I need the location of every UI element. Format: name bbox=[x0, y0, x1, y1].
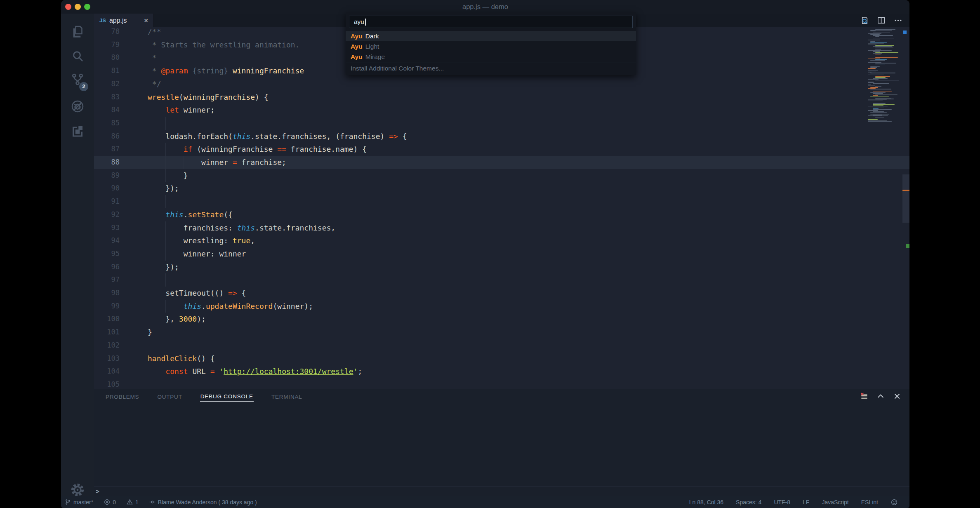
code-text: handleClick() { bbox=[148, 352, 215, 365]
code-line-86[interactable]: 86 lodash.forEach(this.state.franchises,… bbox=[94, 130, 909, 143]
line-number: 85 bbox=[94, 117, 120, 130]
code-line-99[interactable]: 99 this.updateWinRecord(winner); bbox=[94, 300, 909, 313]
eol-sequence[interactable]: LF bbox=[803, 499, 809, 506]
panel-actions bbox=[860, 392, 909, 400]
code-line-105[interactable]: 105 bbox=[94, 378, 909, 389]
code-line-96[interactable]: 96 }); bbox=[94, 261, 909, 274]
code-line-83[interactable]: 83wrestle(winningFranchise) { bbox=[94, 91, 909, 104]
code-line-98[interactable]: 98 setTimeout(() => { bbox=[94, 287, 909, 300]
indentation[interactable]: Spaces: 4 bbox=[736, 499, 761, 506]
minimap-line bbox=[873, 78, 888, 79]
code-text: wrestling: true, bbox=[148, 234, 255, 247]
code-text: * Starts the wrestling animation. bbox=[148, 38, 299, 52]
search-icon bbox=[70, 49, 85, 64]
item-label: Light bbox=[365, 43, 379, 50]
panel-header: PROBLEMSOUTPUTDEBUG CONSOLETERMINAL bbox=[94, 389, 909, 403]
code-line-100[interactable]: 100 }, 3000); bbox=[94, 313, 909, 326]
clear-console-icon[interactable] bbox=[860, 392, 868, 400]
code-text: * @param {string} winningFranchise bbox=[148, 64, 304, 78]
code-line-88[interactable]: 88 winner = franchise; bbox=[94, 156, 909, 169]
code-line-85[interactable]: 85 bbox=[94, 117, 909, 130]
sidebar-item-debug[interactable] bbox=[61, 94, 94, 118]
code-line-82[interactable]: 82 */ bbox=[94, 78, 909, 91]
language-mode[interactable]: JavaScript bbox=[822, 499, 848, 506]
activity-bar: 2 bbox=[61, 14, 94, 496]
minimap-line bbox=[868, 59, 880, 59]
git-branch-status[interactable]: master* bbox=[65, 499, 93, 506]
minimap-line bbox=[873, 81, 897, 82]
code-line-84[interactable]: 84 let winner; bbox=[94, 103, 909, 117]
code-line-93[interactable]: 93 franchises: this.state.franchises, bbox=[94, 221, 909, 235]
minimap-line bbox=[870, 31, 876, 31]
close-tab-icon[interactable]: ✕ bbox=[144, 17, 153, 24]
match-highlight: Ayu bbox=[351, 53, 363, 60]
sidebar-item-search[interactable] bbox=[61, 44, 94, 68]
quick-pick-input[interactable] bbox=[349, 16, 637, 28]
debug-console-input[interactable]: > bbox=[94, 487, 909, 496]
scrollbar-slider[interactable] bbox=[902, 174, 909, 223]
code-line-87[interactable]: 87 if (winningFranchise == franchise.nam… bbox=[94, 143, 909, 156]
code-text: this.updateWinRecord(winner); bbox=[148, 300, 313, 313]
close-panel-icon[interactable] bbox=[893, 392, 901, 400]
debug-icon bbox=[70, 99, 85, 114]
match-highlight: Ayu bbox=[351, 33, 363, 40]
line-number: 79 bbox=[94, 38, 120, 52]
feedback-smiley-icon[interactable] bbox=[890, 499, 898, 506]
problems-warnings[interactable]: 1 bbox=[127, 499, 139, 506]
tab-app-js[interactable]: JS app.js ✕ bbox=[94, 14, 154, 27]
code-line-103[interactable]: 103handleClick() { bbox=[94, 352, 909, 365]
minimap-line bbox=[875, 36, 879, 37]
panel-tab-debug-console[interactable]: DEBUG CONSOLE bbox=[200, 391, 254, 402]
code-text: }); bbox=[148, 182, 179, 195]
code-line-102[interactable]: 102 bbox=[94, 339, 909, 352]
sidebar-item-extensions[interactable] bbox=[61, 119, 94, 143]
maximize-panel-icon[interactable] bbox=[876, 392, 885, 400]
code-text: let winner; bbox=[148, 103, 215, 117]
minimap[interactable] bbox=[866, 27, 902, 389]
minimap-line bbox=[868, 74, 890, 75]
code-line-94[interactable]: 94 wrestling: true, bbox=[94, 234, 909, 247]
open-preview-icon[interactable] bbox=[860, 16, 869, 25]
quick-pick-item-dark[interactable]: AyuDark bbox=[346, 31, 636, 41]
minimap-line bbox=[873, 95, 878, 96]
more-actions-icon[interactable] bbox=[893, 16, 903, 25]
code-line-91[interactable]: 91 bbox=[94, 195, 909, 208]
line-number: 89 bbox=[94, 169, 120, 182]
line-number: 101 bbox=[94, 326, 120, 339]
quick-pick-item-light[interactable]: AyuLight bbox=[346, 41, 636, 52]
quick-pick-item-mirage[interactable]: AyuMirage bbox=[346, 52, 636, 62]
minimap-line bbox=[868, 120, 887, 121]
indent-guide bbox=[165, 195, 166, 208]
minimap-line bbox=[870, 112, 887, 113]
panel-tab-problems[interactable]: PROBLEMS bbox=[105, 391, 139, 402]
code-line-95[interactable]: 95 winner: winner bbox=[94, 247, 909, 261]
split-editor-icon[interactable] bbox=[876, 16, 886, 25]
code-line-97[interactable]: 97 bbox=[94, 273, 909, 287]
sidebar-item-explorer[interactable] bbox=[61, 19, 94, 43]
code-text: franchises: this.state.franchises, bbox=[148, 221, 335, 235]
minimap-line bbox=[870, 89, 891, 89]
editor-scrollbar[interactable] bbox=[902, 27, 909, 389]
minimap-line bbox=[873, 111, 884, 112]
cursor-position[interactable]: Ln 88, Col 36 bbox=[689, 499, 723, 506]
minimap-line bbox=[868, 75, 884, 75]
quick-pick-input-wrap bbox=[349, 16, 633, 28]
code-line-90[interactable]: 90 }); bbox=[94, 182, 909, 195]
code-line-89[interactable]: 89 } bbox=[94, 169, 909, 182]
quick-pick-footer-item[interactable]: Install Additional Color Themes... bbox=[346, 63, 641, 73]
panel-tab-terminal[interactable]: TERMINAL bbox=[271, 391, 303, 402]
warning-icon bbox=[127, 499, 133, 505]
code-line-104[interactable]: 104 const URL = 'http://localhost:3001/w… bbox=[94, 365, 909, 378]
code-text: wrestle(winningFranchise) { bbox=[148, 91, 269, 104]
sidebar-item-source-control[interactable]: 2 bbox=[61, 68, 94, 92]
code-editor[interactable]: 78/**79 * Starts the wrestling animation… bbox=[94, 27, 909, 389]
problems-errors[interactable]: 0 bbox=[104, 499, 116, 506]
panel-tab-output[interactable]: OUTPUT bbox=[157, 391, 182, 402]
code-line-101[interactable]: 101} bbox=[94, 326, 909, 339]
minimap-line bbox=[875, 64, 885, 65]
eslint-status[interactable]: ESLint bbox=[861, 499, 878, 506]
encoding[interactable]: UTF-8 bbox=[774, 499, 790, 506]
code-line-92[interactable]: 92 this.setState({ bbox=[94, 208, 909, 221]
minimap-line bbox=[868, 43, 884, 44]
gitlens-blame[interactable]: Blame Wade Anderson ( 38 days ago ) bbox=[149, 499, 257, 506]
